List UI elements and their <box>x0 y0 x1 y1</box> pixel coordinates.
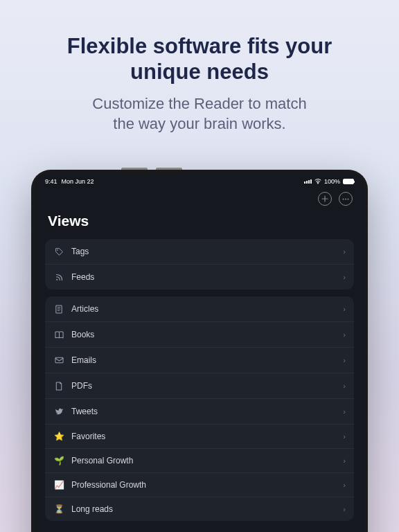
chevron-right-icon: › <box>343 456 346 465</box>
svg-point-2 <box>345 198 346 200</box>
row-label: Long reads <box>71 504 343 514</box>
mail-icon <box>53 355 64 366</box>
list-group-primary: Tags › Feeds › <box>45 239 354 290</box>
row-articles[interactable]: Articles › <box>45 296 354 322</box>
add-button[interactable] <box>318 192 332 206</box>
signal-icon <box>304 179 312 184</box>
svg-point-4 <box>57 249 58 251</box>
battery-icon <box>343 179 354 184</box>
row-label: PDFs <box>71 381 343 391</box>
status-date: Mon Jun 22 <box>62 178 94 185</box>
row-long-reads[interactable]: ⏳ Long reads › <box>45 497 354 521</box>
bird-icon <box>53 406 64 417</box>
svg-point-5 <box>56 278 57 280</box>
page-title: Views <box>34 206 365 239</box>
seedling-icon: 🌱 <box>53 456 64 466</box>
row-label: Feeds <box>71 272 343 282</box>
row-label: Tags <box>71 247 343 256</box>
hero-subtitle: Customize the Reader to match the way yo… <box>0 94 399 134</box>
status-bar: 9:41 Mon Jun 22 100% <box>34 172 365 188</box>
hourglass-icon: ⏳ <box>53 504 64 514</box>
chart-icon: 📈 <box>53 480 64 490</box>
row-tags[interactable]: Tags › <box>45 239 354 265</box>
rss-icon <box>53 272 64 283</box>
row-label: Articles <box>71 304 343 314</box>
tablet-device-frame: 9:41 Mon Jun 22 100% Views <box>31 170 368 532</box>
chevron-right-icon: › <box>343 407 346 416</box>
tag-icon <box>53 246 64 257</box>
chevron-right-icon: › <box>343 356 346 364</box>
chevron-right-icon: › <box>343 505 346 513</box>
tablet-screen: 9:41 Mon Jun 22 100% Views <box>34 172 365 532</box>
svg-rect-7 <box>55 357 62 362</box>
chevron-right-icon: › <box>343 382 346 390</box>
pdf-icon <box>53 380 64 391</box>
svg-point-3 <box>348 198 349 200</box>
row-label: Favorites <box>71 432 343 441</box>
row-books[interactable]: Books › <box>45 322 354 348</box>
book-icon <box>53 329 64 340</box>
list-group-secondary: Articles › Books › Emails › <box>45 296 354 521</box>
chevron-right-icon: › <box>343 273 346 281</box>
wifi-icon <box>314 179 321 184</box>
row-professional-growth[interactable]: 📈 Professional Growth › <box>45 473 354 497</box>
row-personal-growth[interactable]: 🌱 Personal Growth › <box>45 449 354 473</box>
hero-title: Flexible software fits your unique needs <box>0 33 399 85</box>
chevron-right-icon: › <box>343 481 346 489</box>
row-label: Books <box>71 330 343 339</box>
row-label: Emails <box>71 355 343 365</box>
chevron-right-icon: › <box>343 432 346 441</box>
row-emails[interactable]: Emails › <box>45 348 354 373</box>
chevron-right-icon: › <box>343 305 346 313</box>
document-icon <box>53 303 64 314</box>
chevron-right-icon: › <box>343 330 346 339</box>
chevron-right-icon: › <box>343 247 346 256</box>
row-pdfs[interactable]: PDFs › <box>45 373 354 399</box>
row-favorites[interactable]: ⭐ Favorites › <box>45 425 354 449</box>
svg-point-0 <box>317 183 319 184</box>
more-button[interactable] <box>339 192 353 206</box>
row-feeds[interactable]: Feeds › <box>45 265 354 290</box>
row-tweets[interactable]: Tweets › <box>45 399 354 425</box>
top-actions <box>34 188 365 206</box>
status-time: 9:41 <box>45 178 57 185</box>
battery-percent: 100% <box>324 178 340 185</box>
row-label: Professional Growth <box>71 480 343 490</box>
star-icon: ⭐ <box>53 432 64 441</box>
row-label: Personal Growth <box>71 456 343 466</box>
svg-point-1 <box>343 198 344 200</box>
row-label: Tweets <box>71 407 343 416</box>
